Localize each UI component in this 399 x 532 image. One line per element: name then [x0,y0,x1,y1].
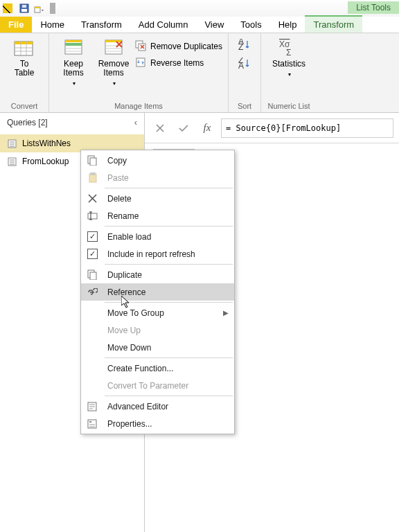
ribbon-tabs: File Home Transform Add Column View Tool… [0,17,399,33]
svg-rect-12 [65,40,82,42]
contextual-tab-label: List Tools [348,1,399,14]
cancel-formula-button[interactable] [150,118,170,138]
group-numeric-list: XσΣ Statistics ▾ Numeric List [261,33,317,112]
table-icon [13,36,35,58]
svg-rect-46 [89,174,96,182]
svg-rect-47 [91,172,95,175]
statistics-label: Statistics [272,60,305,69]
reference-icon [81,283,103,301]
sort-asc-button[interactable]: AZ [238,39,251,53]
duplicate-icon [81,266,103,283]
rename-icon [81,207,103,224]
fx-icon[interactable]: fx [197,118,217,138]
save-icon[interactable] [18,2,30,15]
svg-text:Σ: Σ [286,48,291,57]
remove-duplicates-icon [135,40,146,53]
group-convert: To Table Convert [0,33,49,112]
ctx-move-up: Move Up [81,321,234,339]
reverse-icon [135,57,146,70]
quick-access-toolbar: List Tools [0,0,399,17]
query-item-label: FromLookup [22,157,69,166]
separator [105,396,233,396]
svg-rect-13 [65,43,82,46]
group-manage-items: Keep Items ▾ Remove Items ▾ Remove Dupli… [49,33,229,112]
ctx-copy[interactable]: Copy [81,152,234,169]
remove-items-label: Remove Items [98,60,130,78]
group-sort: AZ ZA Sort [229,33,261,112]
tab-home[interactable]: Home [32,17,73,33]
svg-rect-50 [88,213,97,219]
list-icon [7,139,17,148]
chevron-down-icon: ▾ [73,79,76,88]
ctx-rename[interactable]: Rename [81,207,234,224]
checkbox-checked-icon: ✓ [87,249,98,259]
statistics-icon: XσΣ [278,36,300,58]
separator [105,264,233,265]
sort-desc-button[interactable]: ZA [238,57,251,72]
properties-icon [81,415,103,432]
ctx-include-refresh[interactable]: ✓ Include in report refresh [81,245,234,263]
ctx-enable-load[interactable]: ✓ Enable load [81,228,234,245]
collapse-pane-icon[interactable]: ‹ [134,117,137,127]
svg-rect-45 [90,158,96,166]
keep-rows-icon [62,36,85,58]
formula-input[interactable] [221,118,393,138]
ribbon: To Table Convert Keep Items ▾ Remove Ite… [0,33,399,113]
context-menu: Copy Paste Delete Rename ✓ Enable load ✓… [80,150,235,434]
ctx-move-to-group[interactable]: Move To Group ▶ [81,304,234,321]
ctx-move-down[interactable]: Move Down [81,339,234,356]
tab-tools[interactable]: Tools [232,17,269,33]
separator [105,226,233,227]
reverse-items-label: Reverse Items [150,58,204,68]
group-numeric-title: Numeric List [267,100,311,112]
chevron-down-icon: ▾ [288,70,291,79]
statistics-button[interactable]: XσΣ Statistics ▾ [267,36,311,79]
ctx-paste: Paste [81,169,234,186]
tab-file[interactable]: File [0,17,32,33]
queries-title: Queries [2] [7,118,48,127]
ctx-properties[interactable]: Properties... [81,415,234,432]
delete-icon [81,190,103,207]
ctx-reference[interactable]: Reference [81,283,234,301]
query-item-label: ListsWithNes [22,139,71,148]
group-convert-title: Convert [6,100,43,112]
keep-items-label: Keep Items [63,60,83,78]
separator [105,188,233,188]
keep-items-button[interactable]: Keep Items ▾ [55,36,92,88]
checkbox-checked-icon: ✓ [87,231,98,242]
tab-help[interactable]: Help [270,17,305,33]
tab-transform[interactable]: Transform [73,17,130,33]
paste-icon [81,169,103,186]
svg-rect-4 [35,7,40,8]
commit-formula-button[interactable] [174,118,193,138]
remove-duplicates-button[interactable]: Remove Duplicates [135,39,222,54]
list-icon [7,157,17,166]
svg-rect-2 [22,5,26,8]
svg-text:Z: Z [238,42,243,51]
formula-bar: fx [145,113,399,143]
to-table-label: To Table [15,60,35,78]
chevron-down-icon: ▾ [113,79,116,88]
reverse-items-button[interactable]: Reverse Items [135,55,222,71]
advanced-editor-icon [81,398,103,415]
svg-rect-17 [105,40,122,42]
tab-view[interactable]: View [196,17,232,33]
separator [105,302,233,303]
tab-list-transform[interactable]: Transform [305,15,362,33]
remove-duplicates-label: Remove Duplicates [150,42,222,51]
tab-add-column[interactable]: Add Column [130,17,197,33]
group-sort-title: Sort [234,100,255,112]
separator [50,3,55,14]
group-manage-title: Manage Items [55,100,222,112]
app-logo [3,3,12,13]
ctx-create-function[interactable]: Create Function... [81,360,234,377]
remove-items-button[interactable]: Remove Items ▾ [95,36,132,88]
copy-icon [81,152,103,169]
svg-rect-61 [89,421,91,423]
options-icon[interactable] [33,2,46,15]
ctx-duplicate[interactable]: Duplicate [81,266,234,283]
ctx-advanced-editor[interactable]: Advanced Editor [81,398,234,415]
to-table-button[interactable]: To Table [6,36,43,78]
svg-text:A: A [238,61,244,70]
ctx-delete[interactable]: Delete [81,190,234,207]
